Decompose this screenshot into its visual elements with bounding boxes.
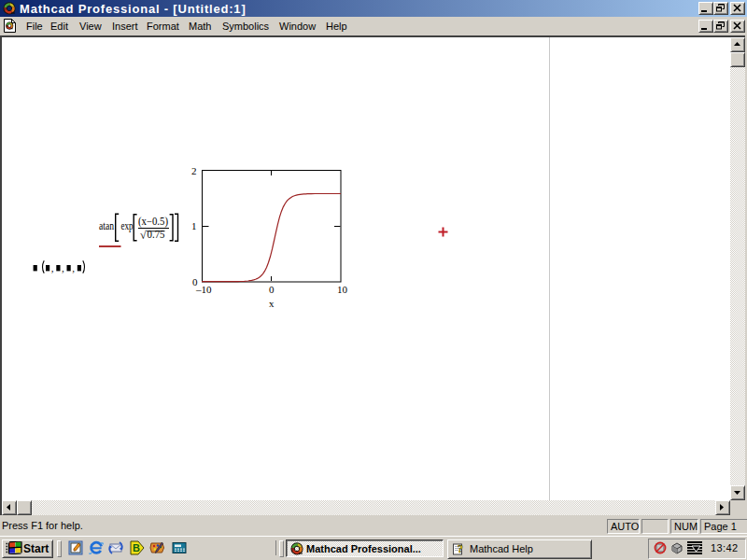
svg-text:1: 1 [191,220,197,231]
svg-text:exp: exp [121,219,134,232]
svg-text:atan: atan [99,219,114,232]
svg-text:,: , [51,262,54,273]
svg-text:0: 0 [269,284,275,295]
svg-text:?: ? [458,542,463,555]
svg-text:,: , [62,262,64,273]
svg-text:x: x [269,298,275,309]
svg-text:–10: –10 [195,284,212,295]
svg-text:B: B [133,542,140,553]
svg-text:(x−0.5): (x−0.5) [138,215,168,228]
svg-text:0.75: 0.75 [148,228,165,241]
svg-text:√: √ [140,229,147,242]
svg-text:,: , [72,262,75,273]
svg-text:10: 10 [337,284,348,295]
svg-text:2: 2 [191,165,197,176]
